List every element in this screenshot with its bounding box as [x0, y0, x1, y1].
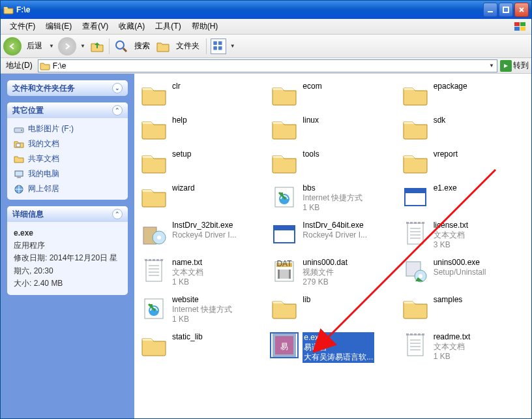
svg-rect-64: [418, 334, 421, 335]
svg-point-6: [116, 41, 124, 49]
svg-rect-5: [520, 27, 525, 31]
titlebar[interactable]: F:\e: [1, 1, 531, 19]
sidebar-place-link[interactable]: 电影图片 (F:): [14, 123, 121, 134]
file-item[interactable]: name.txt文本文档1 KB: [138, 256, 266, 288]
weblink-icon: [140, 295, 168, 321]
computer-icon: [14, 169, 24, 179]
menu-view[interactable]: 查看(V): [77, 20, 113, 33]
go-button[interactable]: 转到: [500, 60, 529, 72]
file-item[interactable]: InstDrv_64bit.exeRockey4 Driver I...: [269, 219, 396, 251]
file-item[interactable]: websiteInternet 快捷方式1 KB: [138, 294, 266, 326]
file-list[interactable]: clrecomepackagehelplinuxsdksetuptoolsvre…: [134, 74, 531, 418]
file-name: tools: [303, 149, 319, 159]
file-item[interactable]: tools: [269, 148, 396, 177]
file-sub: 视频文件: [303, 268, 347, 277]
file-item[interactable]: unins000.exeSetup/Uninstall: [400, 256, 527, 288]
chevron-down-icon[interactable]: ⌄: [112, 83, 123, 93]
file-item[interactable]: wizard: [138, 182, 266, 214]
file-item[interactable]: samples: [400, 294, 527, 326]
weblink-icon: [270, 183, 299, 210]
svg-rect-8: [218, 41, 222, 45]
file-item[interactable]: 易e.exe易语言大有吴涛易语言软...: [269, 331, 396, 364]
chevron-up-icon[interactable]: ⌃: [112, 209, 123, 219]
svg-rect-61: [406, 334, 409, 335]
menu-favorites[interactable]: 收藏(A): [113, 20, 150, 33]
file-sub: 279 KB: [303, 277, 347, 287]
file-item[interactable]: readme.txt文本文档1 KB: [400, 331, 527, 364]
back-label[interactable]: 后退: [24, 40, 45, 52]
close-button[interactable]: [514, 3, 529, 17]
txt-icon: [401, 332, 430, 358]
forward-button[interactable]: [58, 37, 76, 55]
file-sub: Setup/Uninstall: [434, 268, 486, 277]
file-item[interactable]: help: [138, 114, 266, 143]
search-label[interactable]: 搜索: [132, 40, 153, 52]
svg-rect-13: [16, 144, 20, 147]
explorer-window: F:\e 文件(F) 编辑(E) 查看(V) 收藏(A) 工具(T) 帮助(H)…: [0, 0, 532, 419]
file-item[interactable]: license.txt文本文档3 KB: [400, 219, 527, 251]
folders-label[interactable]: 文件夹: [173, 40, 202, 52]
up-button[interactable]: [89, 39, 105, 54]
svg-rect-31: [422, 222, 424, 224]
file-name: vreport: [434, 149, 458, 159]
file-item[interactable]: epackage: [400, 80, 527, 109]
file-name: InstDrv_64bit.exe: [303, 221, 367, 230]
sidebar-place-label: 我的文档: [28, 138, 59, 149]
search-icon[interactable]: [113, 39, 129, 54]
file-sub: 文本文档: [434, 342, 471, 352]
file-item[interactable]: sdk: [400, 114, 527, 143]
file-item[interactable]: setup: [138, 148, 266, 177]
file-item[interactable]: clr: [138, 80, 266, 109]
svg-rect-60: [407, 335, 423, 356]
svg-rect-1: [503, 7, 509, 12]
sidebar-place-link[interactable]: 共享文档: [14, 153, 121, 164]
file-item[interactable]: vreport: [400, 148, 527, 177]
folders-icon[interactable]: [155, 39, 171, 54]
views-dropdown[interactable]: ▼: [229, 43, 237, 49]
menu-help[interactable]: 帮助(H): [186, 20, 224, 33]
svg-point-54: [419, 274, 422, 278]
address-dropdown[interactable]: ▼: [488, 63, 495, 69]
body: 文件和文件夹任务 ⌄ 其它位置 ⌃ 电影图片 (F:)我的文档共享文档我的电脑网…: [1, 74, 531, 418]
address-input[interactable]: [53, 61, 485, 70]
dat-icon: DAT: [270, 258, 299, 284]
folder-icon: [401, 295, 430, 321]
chevron-up-icon[interactable]: ⌃: [112, 105, 123, 116]
file-name: linux: [303, 116, 319, 125]
details-panel-header[interactable]: 详细信息 ⌃: [7, 206, 128, 222]
folder-icon: [40, 61, 50, 71]
svg-text:易: 易: [280, 342, 288, 351]
places-panel-header[interactable]: 其它位置 ⌃: [7, 102, 128, 118]
svg-rect-62: [410, 334, 413, 335]
svg-rect-7: [213, 41, 217, 45]
maximize-button[interactable]: [499, 3, 513, 17]
svg-rect-36: [146, 260, 162, 281]
tasks-panel-header[interactable]: 文件和文件夹任务 ⌄: [7, 80, 128, 96]
sidebar-place-link[interactable]: 我的文档: [14, 138, 121, 149]
file-item[interactable]: lib: [269, 294, 396, 326]
file-item[interactable]: DATunins000.dat视频文件279 KB: [269, 256, 396, 288]
menu-tools[interactable]: 工具(T): [150, 20, 186, 33]
file-item[interactable]: ecom: [269, 80, 396, 109]
sidebar-place-link[interactable]: 网上邻居: [14, 183, 121, 194]
windows-logo-icon: [513, 21, 527, 33]
menu-file[interactable]: 文件(F): [5, 20, 40, 33]
sidebar-place-link[interactable]: 我的电脑: [14, 168, 121, 179]
minimize-button[interactable]: [483, 3, 497, 17]
svg-rect-9: [213, 46, 217, 50]
file-item[interactable]: static_lib: [138, 331, 266, 364]
file-item[interactable]: linux: [269, 114, 396, 143]
back-dropdown[interactable]: ▼: [48, 43, 55, 49]
file-item[interactable]: e1.exe: [400, 182, 527, 214]
address-input-wrapper[interactable]: ▼: [38, 59, 497, 72]
back-button[interactable]: [3, 37, 22, 55]
file-item[interactable]: bbsInternet 快捷方式1 KB: [269, 182, 396, 214]
menu-edit[interactable]: 编辑(E): [40, 20, 77, 33]
file-name: setup: [172, 149, 191, 159]
svg-point-23: [157, 236, 161, 240]
file-item[interactable]: InstDrv_32bit.exeRockey4 Driver I...: [138, 219, 266, 251]
svg-rect-39: [153, 259, 155, 261]
forward-dropdown[interactable]: ▼: [79, 43, 87, 49]
views-button[interactable]: [211, 39, 226, 54]
details-size: 大小: 2.40 MB: [14, 277, 121, 290]
